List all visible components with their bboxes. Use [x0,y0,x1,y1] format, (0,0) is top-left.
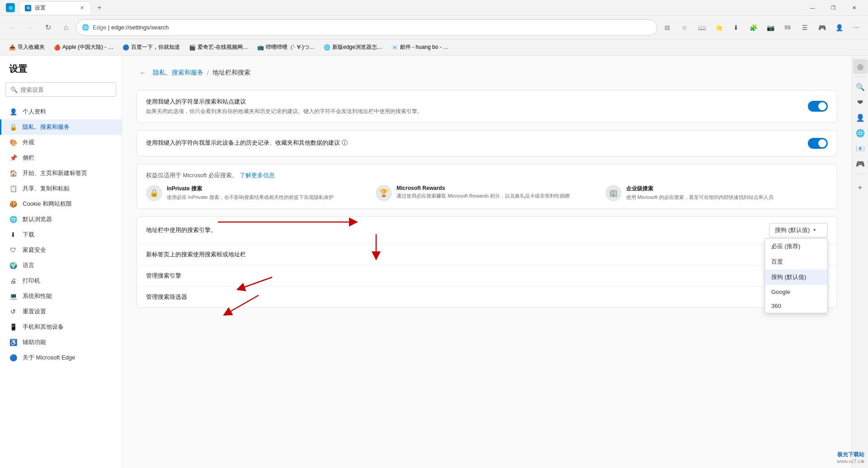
forward-button[interactable]: → [22,19,38,36]
search-engine-section: 地址栏中使用的搜索引擎。 搜狗 (默认值) ▾ 必应 (推荐) 百度 [137,216,837,308]
dropdown-option-sogou[interactable]: 搜狗 (默认值) [765,269,827,285]
extensions-button[interactable]: 🧩 [745,19,761,36]
features-grid: 🔒 InPrivate 搜索 使用必应 InPrivate 搜索，在不影响搜索结… [146,185,828,201]
minimize-button[interactable]: — [802,0,823,16]
nav-item-cookies[interactable]: 🍪 Cookie 和网站权限 [0,196,122,212]
screenshot-button[interactable]: 📷 [762,19,778,36]
nav-item-profile[interactable]: 👤 个人资料 [0,104,122,119]
breadcrumb-back-button[interactable]: ← [137,66,149,79]
bookmark-baidu[interactable]: 🔵 百度一下，你就知道 [119,42,184,53]
bookmark-mail[interactable]: 📧 邮件 - huang bo - … [388,42,452,53]
nav-item-languages[interactable]: 🌍 语言 [0,258,122,273]
address-url: edge://settings/search [111,24,169,31]
search-icon: 🔍 [10,86,18,93]
settings-search-box[interactable]: 🔍 [5,82,116,97]
home-button[interactable]: ⌂ [58,19,74,36]
nav-item-appearance[interactable]: 🎨 外观 [0,135,122,150]
dropdown-arrow-icon: ▾ [813,227,816,233]
feature-enterprise-text: 企业级搜索 使用 Microsoft 的必应搜索，甚至可在组织内部快速找到站点和… [626,185,774,201]
toggle1-label: 使用我键入的字符显示搜索和站点建议 [146,98,808,106]
active-tab[interactable]: ⚙ 设置 ✕ [19,1,91,14]
counter-badge[interactable]: 99 [779,19,796,36]
nav-item-family[interactable]: 🛡 家庭安全 [0,242,122,258]
bookmark-import[interactable]: 📥 导入收藏夹 [5,42,48,53]
downloads-button[interactable]: ⬇ [728,19,744,36]
info-prefix: 权益仅适用于 Microsoft 必应搜索。 [146,172,238,179]
maximize-button[interactable]: ❐ [823,0,844,16]
nav-item-mobile[interactable]: 📱 手机和其他设备 [0,319,122,335]
nav-item-label: 手机和其他设备 [23,323,64,331]
info-link[interactable]: 了解更多信息 [240,172,275,179]
bookmark-label: 邮件 - huang bo - … [400,43,448,51]
nav-item-label: 打印机 [23,277,40,285]
bookmark-edge-new[interactable]: 🌐 新版edge浏览器怎… [320,42,386,53]
search-engine-row4: 管理搜索筛选器 [137,287,837,307]
sidebar-games-icon[interactable]: 🎮 [853,156,868,171]
nav-item-label: 语言 [23,261,34,269]
nav-item-performance[interactable]: 💻 系统和性能 [0,288,122,304]
privacy-nav-icon: 🔒 [9,123,17,131]
favorites-button[interactable]: ☆ [676,19,693,36]
sidebar-profile-icon[interactable]: 👤 [853,110,868,125]
bookmark-label: 哔哩哔哩（'· ∀·)つ… [266,43,315,51]
nav-item-share[interactable]: 📋 共享、复制和粘贴 [0,181,122,196]
bookmark-iqiyi[interactable]: 🎬 爱奇艺-在线视频网… [185,42,252,53]
reading-mode-button[interactable]: 📖 [693,19,710,36]
address-separator: | [108,24,111,31]
bookmark-bilibili[interactable]: 📺 哔哩哔哩（'· ∀·)つ… [254,42,318,53]
sidebar-search-icon[interactable]: 🔍 [853,80,868,94]
breadcrumb-parent-link[interactable]: 隐私、搜索和服务 [153,69,203,77]
nav-item-about[interactable]: 🔵 关于 Microsoft Edge [0,350,122,365]
dropdown-option-google[interactable]: Google [765,285,827,299]
sidebar-outlook-icon[interactable]: 📧 [853,141,868,156]
family-nav-icon: 🛡 [9,246,17,254]
inprivate-desc: 使用必应 InPrivate 搜索，在不影响搜索结果或相关性的前提下实现隐私保护 [167,194,334,201]
nav-item-accessibility[interactable]: ♿ 辅助功能 [0,335,122,350]
nav-item-reset[interactable]: ↺ 重置设置 [0,304,122,319]
sidebar-add-icon[interactable]: + [853,180,868,195]
nav-item-label: 外观 [23,138,34,147]
settings-search-input[interactable] [20,86,111,93]
sidebar-favorites-icon[interactable]: ❤ [853,95,868,109]
nav-item-sidebar[interactable]: 📌 侧栏 [0,150,122,165]
edge-new-icon: 🌐 [324,44,330,51]
dropdown-option-bing[interactable]: 必应 (推荐) [765,239,827,254]
split-screen-button[interactable]: ⊟ [659,19,675,36]
search-engine-dropdown-button[interactable]: 搜狗 (默认值) ▾ [769,223,828,237]
newtab-nav-icon: 🏠 [9,169,17,177]
toggle2-switch[interactable] [808,138,828,149]
nav-item-label: 辅助功能 [23,338,46,346]
profile-button[interactable]: 👤 [831,19,847,36]
tab-close-button[interactable]: ✕ [78,5,85,12]
new-tab-button[interactable]: + [93,1,106,14]
sidebar-copilot-icon[interactable]: ◎ [853,59,868,74]
search-engine-row2: 新标签页上的搜索使用搜索框或地址栏 [137,244,837,265]
settings-more-button[interactable]: ⋯ [848,19,864,36]
address-bar[interactable]: 🌐 Edge | edge://settings/search [76,19,657,36]
toggle2-row: 使用我键入的字符向我显示此设备上的历史记录、收藏夹和其他数据的建议 ⓘ [137,131,837,156]
close-button[interactable]: ✕ [844,0,864,16]
toggle1-row: 使用我键入的字符显示搜索和站点建议 如果关闭此选项，你只会看到来自你的收藏夹和历… [137,90,837,123]
navigation-bar: ← → ↻ ⌂ 🌐 Edge | edge://settings/search … [0,16,868,39]
sidebar-web-icon[interactable]: 🌐 [853,126,868,140]
nav-item-newtab[interactable]: 🏠 开始、主页和新建标签页 [0,165,122,181]
title-bar: ⚙ ⚙ 设置 ✕ + — ❐ ✕ [0,0,868,16]
nav-item-default-browser[interactable]: 🌐 默认浏览器 [0,212,122,227]
feature-inprivate-text: InPrivate 搜索 使用必应 InPrivate 搜索，在不影响搜索结果或… [167,185,334,201]
nav-item-downloads[interactable]: ⬇ 下载 [0,227,122,242]
sidebar-toggle-button[interactable]: ☰ [797,19,813,36]
collections-button[interactable]: ⭐ [711,19,727,36]
nav-item-privacy[interactable]: 🔒 隐私、搜索和服务 [0,119,122,135]
new-tab-search-label: 新标签页上的搜索使用搜索框或地址栏 [146,251,246,259]
nav-item-label: 下载 [23,231,34,239]
bookmark-apple[interactable]: 🍎 Apple (中国大陆) - … [50,42,117,53]
feature-rewards: 🏆 Microsoft Rewards 通过使用必应搜索赚取 Microsoft… [376,185,598,201]
nav-item-printing[interactable]: 🖨 打印机 [0,273,122,288]
toggle1-switch[interactable] [808,101,828,112]
back-button[interactable]: ← [4,19,20,36]
dropdown-option-360[interactable]: 360 [765,299,827,313]
dropdown-option-baidu[interactable]: 百度 [765,254,827,269]
main-area: 设置 🔍 👤 个人资料 🔒 隐私、搜索和服务 🎨 外观 [0,56,868,468]
games-button[interactable]: 🎮 [814,19,830,36]
refresh-button[interactable]: ↻ [40,19,56,36]
